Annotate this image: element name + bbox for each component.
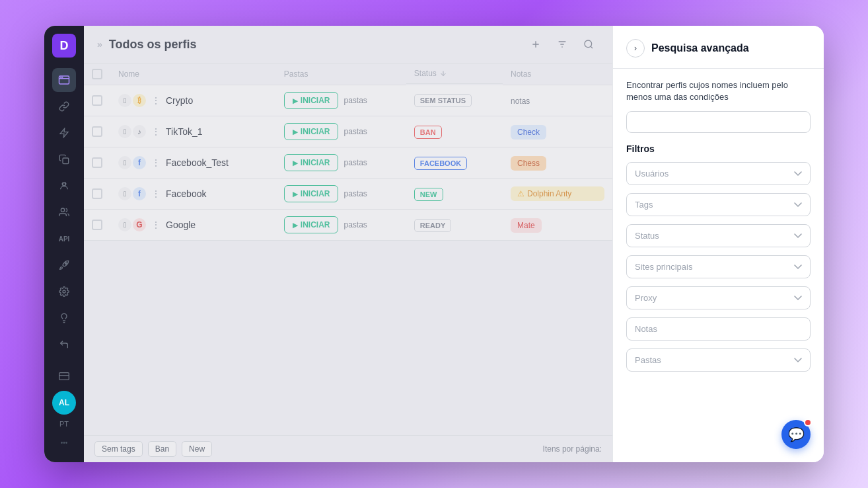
- filter-proxy[interactable]: Proxy: [626, 286, 811, 309]
- status-badge: READY: [414, 219, 452, 232]
- sidebar-item-wallet[interactable]: [52, 364, 76, 388]
- pastas-link[interactable]: pastas: [344, 189, 367, 198]
- select-all-checkbox[interactable]: [92, 69, 102, 79]
- iniciar-button[interactable]: ▶ INICIAR: [284, 216, 339, 233]
- row-checkbox[interactable]: [92, 220, 102, 230]
- profile-icons:  ♪: [118, 125, 146, 138]
- name-search-input[interactable]: [626, 111, 811, 133]
- pastas-link[interactable]: pastas: [344, 158, 367, 167]
- advanced-search-panel: › Pesquisa avançada Encontrar perfis cuj…: [612, 26, 824, 462]
- row-more-button[interactable]: ⋮: [150, 125, 162, 138]
- facebook-icon: f: [133, 156, 146, 169]
- row-checkbox[interactable]: [92, 95, 102, 106]
- column-pastas: Pastas: [276, 63, 406, 85]
- language-selector[interactable]: PT: [59, 420, 69, 428]
- sidebar-item-copy[interactable]: [52, 147, 76, 171]
- svg-line-21: [591, 46, 593, 48]
- row-more-button[interactable]: ⋮: [150, 94, 162, 107]
- chat-button[interactable]: 💬: [781, 420, 811, 449]
- filter-button[interactable]: [552, 34, 573, 55]
- table-row:  ♪ ⋮ TikTok_1 ▶ INICI: [84, 116, 612, 147]
- profile-name: Facebook_Test: [166, 157, 229, 168]
- sidebar-item-flash[interactable]: [52, 121, 76, 145]
- play-icon: ▶: [293, 159, 298, 167]
- table-row:  G ⋮ Google ▶ INICIAR: [84, 210, 612, 241]
- status-badge: FACEBOOK: [414, 157, 467, 170]
- footer-tag-ban[interactable]: Ban: [148, 441, 176, 457]
- add-profile-button[interactable]: [525, 34, 546, 55]
- chat-icon: 💬: [788, 427, 805, 442]
- row-more-button[interactable]: ⋮: [150, 218, 162, 231]
- sidebar-item-settings[interactable]: [52, 280, 76, 304]
- filter-pastas[interactable]: Pastas: [626, 348, 811, 372]
- profile-name: TikTok_1: [166, 126, 203, 137]
- note-badge[interactable]: ⚠ Dolphin Anty: [511, 186, 604, 201]
- sidebar-item-robot[interactable]: [52, 174, 76, 198]
- row-checkbox[interactable]: [92, 188, 102, 199]
- iniciar-button[interactable]: ▶ INICIAR: [284, 92, 339, 109]
- page-title: Todos os perfis: [109, 38, 519, 52]
- row-checkbox[interactable]: [92, 126, 102, 137]
- play-icon: ▶: [293, 222, 298, 229]
- apple-icon: : [118, 125, 131, 138]
- warning-icon: ⚠: [517, 189, 524, 198]
- iniciar-button[interactable]: ▶ INICIAR: [284, 185, 339, 202]
- breadcrumb-chevrons: »: [97, 39, 102, 50]
- filter-tags[interactable]: Tags: [626, 193, 811, 216]
- profile-name: Facebook: [166, 188, 206, 199]
- apple-icon: : [118, 218, 131, 231]
- note-badge[interactable]: Check: [511, 125, 546, 140]
- panel-description: Encontrar perfis cujos nomes incluem pel…: [626, 79, 811, 103]
- filter-sites[interactable]: Sites principais: [626, 255, 811, 278]
- play-icon: ▶: [293, 97, 298, 104]
- svg-point-9: [61, 208, 64, 212]
- iniciar-button[interactable]: ▶ INICIAR: [284, 154, 339, 171]
- svg-point-11: [63, 290, 65, 293]
- column-status: Status: [406, 63, 503, 84]
- svg-point-7: [62, 183, 63, 184]
- sidebar-item-rocket[interactable]: [52, 253, 76, 277]
- bitcoin-icon: ₿: [133, 94, 146, 107]
- filter-usuarios[interactable]: Usuários: [626, 162, 811, 185]
- panel-title: Pesquisa avançada: [651, 42, 749, 54]
- pastas-link[interactable]: pastas: [344, 127, 367, 136]
- play-icon: ▶: [293, 190, 298, 198]
- footer-tag-semtags[interactable]: Sem tags: [94, 441, 143, 457]
- svg-point-2: [61, 77, 61, 78]
- user-avatar[interactable]: AL: [52, 391, 76, 415]
- table-footer: Sem tags Ban New Itens por página:: [84, 435, 612, 462]
- iniciar-button[interactable]: ▶ INICIAR: [284, 123, 339, 140]
- sidebar-item-browser[interactable]: [52, 68, 76, 92]
- sidebar-item-lightbulb[interactable]: [52, 306, 76, 330]
- more-options-icon[interactable]: •••: [52, 430, 76, 454]
- note-badge[interactable]: Chess: [511, 156, 546, 171]
- svg-marker-4: [60, 128, 68, 137]
- apple-icon: : [118, 94, 131, 107]
- sidebar-item-back[interactable]: [52, 333, 76, 356]
- sidebar-item-api[interactable]: API: [52, 227, 76, 251]
- pastas-link[interactable]: pastas: [344, 220, 367, 229]
- panel-close-button[interactable]: ›: [626, 39, 645, 58]
- row-more-button[interactable]: ⋮: [150, 156, 162, 169]
- sidebar-item-links[interactable]: [52, 95, 76, 118]
- profile-icons:  f: [118, 187, 146, 200]
- column-nome: Nome: [110, 63, 276, 85]
- footer-tag-new[interactable]: New: [182, 441, 212, 457]
- notas-link[interactable]: notas: [511, 97, 530, 106]
- pastas-link[interactable]: pastas: [344, 96, 367, 105]
- row-more-button[interactable]: ⋮: [150, 187, 162, 200]
- table-row:  ₿ ⋮ Crypto ▶ INICIAR: [84, 85, 612, 116]
- search-button[interactable]: [578, 34, 599, 55]
- svg-rect-5: [63, 158, 69, 164]
- filter-notas-input[interactable]: [626, 317, 811, 341]
- panel-body: Encontrar perfis cujos nomes incluem pel…: [613, 69, 824, 382]
- filter-status[interactable]: Status: [626, 224, 811, 247]
- row-checkbox[interactable]: [92, 157, 102, 168]
- app-logo[interactable]: D: [52, 34, 76, 58]
- page-header: » Todos os perfis: [84, 26, 612, 63]
- apple-icon: : [118, 156, 131, 169]
- note-badge[interactable]: Mate: [511, 218, 542, 233]
- chat-notification-badge: [804, 419, 812, 427]
- svg-rect-14: [59, 373, 69, 380]
- sidebar-item-team[interactable]: [52, 200, 76, 224]
